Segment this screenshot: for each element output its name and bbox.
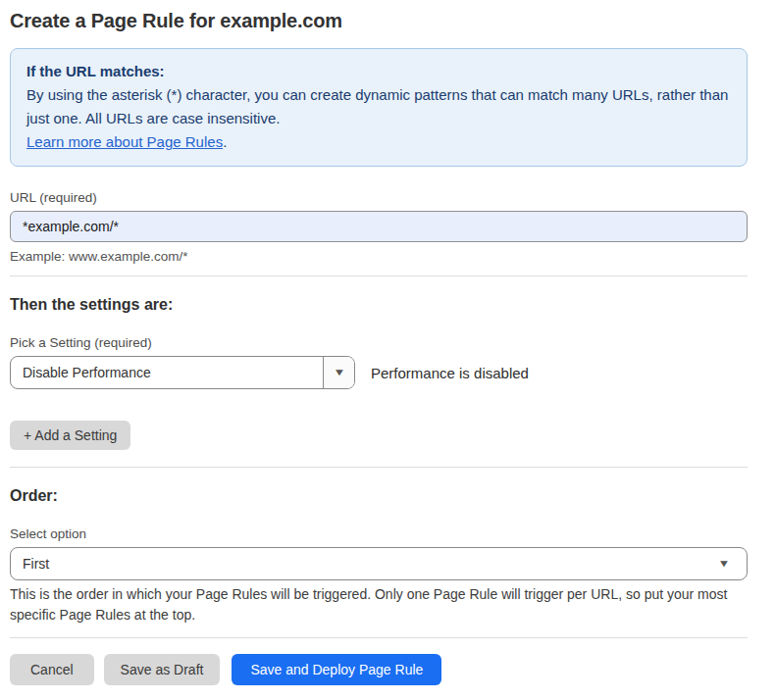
url-match-info-box: If the URL matches: By using the asteris… — [10, 48, 748, 167]
pick-setting-label: Pick a Setting (required) — [10, 335, 748, 350]
setting-dropdown-caret-button[interactable]: ▼ — [323, 357, 354, 388]
divider — [10, 275, 748, 276]
footer-actions: Cancel Save as Draft Save and Deploy Pag… — [10, 654, 748, 685]
link-suffix: . — [223, 133, 227, 150]
save-and-deploy-button[interactable]: Save and Deploy Page Rule — [232, 654, 441, 685]
setting-status-text: Performance is disabled — [371, 365, 529, 381]
info-box-body: By using the asterisk (*) character, you… — [26, 83, 731, 130]
url-field-label: URL (required) — [10, 190, 748, 205]
cancel-button[interactable]: Cancel — [10, 654, 94, 685]
info-box-link-line: Learn more about Page Rules. — [26, 130, 731, 154]
setting-dropdown[interactable]: Disable Performance ▼ — [10, 356, 355, 389]
order-dropdown[interactable]: First ▼ — [10, 547, 748, 580]
page-rule-form: Create a Page Rule for example.com If th… — [0, 0, 775, 685]
settings-section-heading: Then the settings are: — [10, 296, 748, 314]
caret-down-icon: ▼ — [718, 559, 731, 569]
caret-down-icon: ▼ — [333, 368, 345, 377]
learn-more-link[interactable]: Learn more about Page Rules — [26, 133, 223, 150]
order-dropdown-value: First — [11, 556, 719, 572]
setting-row: Disable Performance ▼ Performance is dis… — [10, 356, 748, 389]
save-as-draft-button[interactable]: Save as Draft — [104, 654, 221, 685]
order-help-text: This is the order in which your Page Rul… — [10, 584, 736, 625]
setting-dropdown-value: Disable Performance — [11, 357, 323, 388]
divider — [10, 467, 748, 468]
divider — [10, 637, 748, 638]
page-title: Create a Page Rule for example.com — [10, 10, 748, 32]
info-box-heading: If the URL matches: — [26, 60, 731, 83]
order-section-heading: Order: — [10, 487, 748, 505]
add-setting-button[interactable]: + Add a Setting — [10, 421, 130, 450]
order-select-label: Select option — [10, 526, 748, 541]
url-input[interactable] — [10, 211, 748, 242]
url-example-text: Example: www.example.com/* — [10, 249, 748, 264]
